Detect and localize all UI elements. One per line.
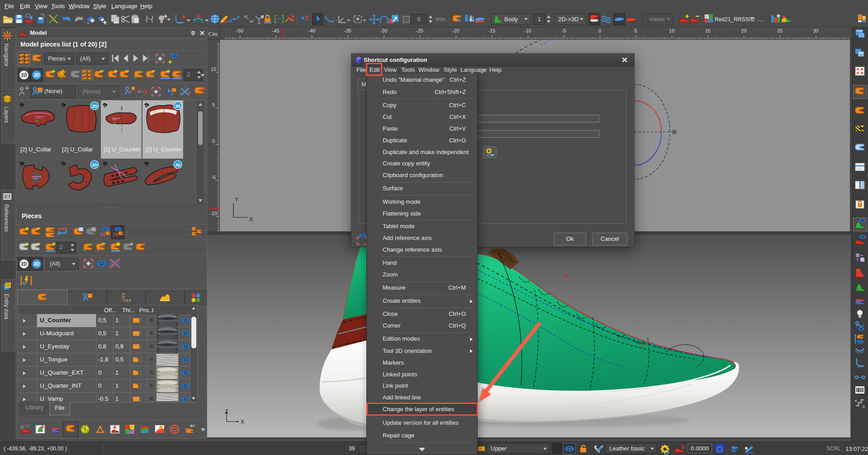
- svg-text:-50: -50: [236, 28, 243, 33]
- svg-text:-45: -45: [272, 28, 280, 33]
- svg-text:3D: 3D: [92, 163, 97, 167]
- svg-text:-25: -25: [416, 28, 423, 33]
- svg-text:0: 0: [212, 138, 215, 144]
- svg-text:5: 5: [212, 102, 215, 108]
- svg-text:-15: -15: [488, 28, 495, 33]
- svg-text:$: $: [681, 444, 684, 450]
- svg-text:20: 20: [741, 28, 746, 33]
- svg-text:5: 5: [635, 28, 637, 33]
- svg-text:-20: -20: [452, 28, 460, 33]
- svg-text:2D: 2D: [21, 262, 27, 267]
- svg-text:30: 30: [813, 28, 818, 33]
- svg-text:3D: 3D: [175, 163, 180, 167]
- svg-text:0: 0: [598, 28, 601, 33]
- svg-text:10: 10: [669, 28, 674, 33]
- svg-text:-5: -5: [562, 28, 566, 33]
- svg-text:10: 10: [211, 66, 216, 72]
- svg-text:Z: Z: [225, 408, 228, 415]
- svg-text:3D: 3D: [175, 104, 180, 108]
- svg-text:X: X: [249, 216, 253, 223]
- svg-text:-10: -10: [524, 28, 531, 33]
- svg-text:15: 15: [705, 28, 711, 33]
- svg-text:X: X: [241, 419, 244, 425]
- svg-text:3D: 3D: [92, 104, 97, 108]
- svg-text:-40: -40: [308, 28, 315, 33]
- svg-text:-35: -35: [344, 28, 351, 33]
- svg-text:[0]: [0]: [100, 232, 105, 237]
- svg-text:...: ...: [198, 233, 202, 238]
- svg-text:2D: 2D: [21, 73, 27, 78]
- svg-text:-5: -5: [211, 174, 216, 180]
- svg-text:3D: 3D: [34, 262, 40, 267]
- svg-text:-30: -30: [380, 28, 387, 33]
- svg-text:3D: 3D: [34, 73, 40, 78]
- svg-text:-10: -10: [210, 211, 217, 216]
- svg-text:Y: Y: [235, 197, 238, 203]
- svg-text:25: 25: [777, 28, 783, 33]
- svg-text:[0]: [0]: [113, 232, 118, 237]
